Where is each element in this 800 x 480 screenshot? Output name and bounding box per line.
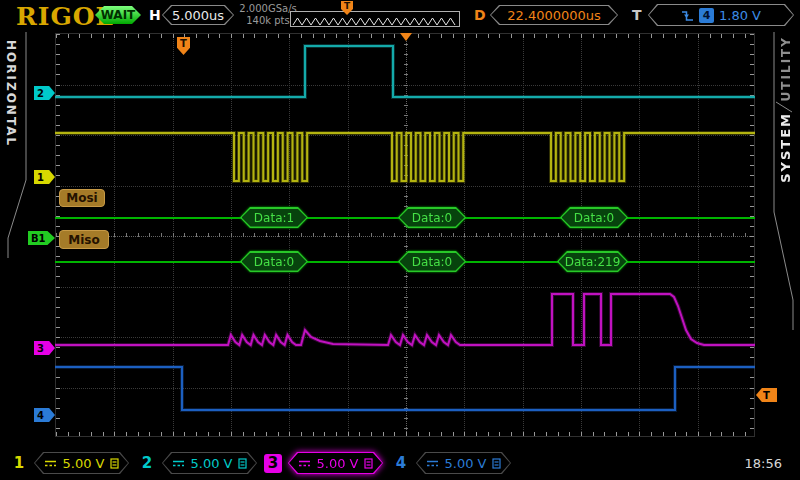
marker-layer: 21B134TT	[0, 0, 800, 480]
channel-marker-3[interactable]: 3	[34, 341, 55, 355]
channel-marker-b1[interactable]: B1	[28, 231, 55, 245]
channel-1-scale: 5.00 V	[63, 456, 105, 471]
channel-2-number[interactable]: 2	[138, 454, 156, 472]
channel-marker-4[interactable]: 4	[34, 408, 55, 422]
trigger-level-marker[interactable]: T	[756, 388, 777, 402]
channel-2-group[interactable]: 2 5.00 V	[138, 451, 257, 475]
channel-marker-2[interactable]: 2	[34, 86, 55, 100]
coupling-dc-icon	[172, 459, 185, 468]
channel-4-scale-pill[interactable]: 5.00 V	[416, 452, 511, 474]
channel-1-scale-pill[interactable]: 5.00 V	[34, 452, 129, 474]
coupling-dc-icon	[298, 459, 311, 468]
channel-1-group[interactable]: 1 5.00 V	[10, 451, 129, 475]
probe-icon	[364, 458, 373, 469]
coupling-dc-icon	[426, 459, 439, 468]
probe-icon	[110, 458, 119, 469]
channel-2-scale: 5.00 V	[191, 456, 233, 471]
channel-1-number[interactable]: 1	[10, 454, 28, 472]
channel-4-number[interactable]: 4	[392, 454, 410, 472]
channel-3-scale: 5.00 V	[317, 456, 359, 471]
trigger-ref-flag[interactable]: T	[177, 37, 190, 55]
channel-2-scale-pill[interactable]: 5.00 V	[162, 452, 257, 474]
channel-3-scale-pill[interactable]: 5.00 V	[288, 452, 383, 474]
coupling-dc-icon	[44, 459, 57, 468]
probe-icon	[492, 458, 501, 469]
channel-4-scale: 5.00 V	[445, 456, 487, 471]
channel-3-group[interactable]: 3 5.00 V	[264, 451, 383, 475]
probe-icon	[238, 458, 247, 469]
channel-3-number[interactable]: 3	[264, 454, 282, 473]
channel-marker-1[interactable]: 1	[34, 170, 55, 184]
channel-4-group[interactable]: 4 5.00 V	[392, 451, 511, 475]
channel-status-bar: 1 5.00 V 2 5.00 V 3 5.00 V	[0, 448, 800, 480]
trigger-position-triangle[interactable]	[400, 33, 412, 41]
clock: 18:56	[745, 456, 782, 471]
